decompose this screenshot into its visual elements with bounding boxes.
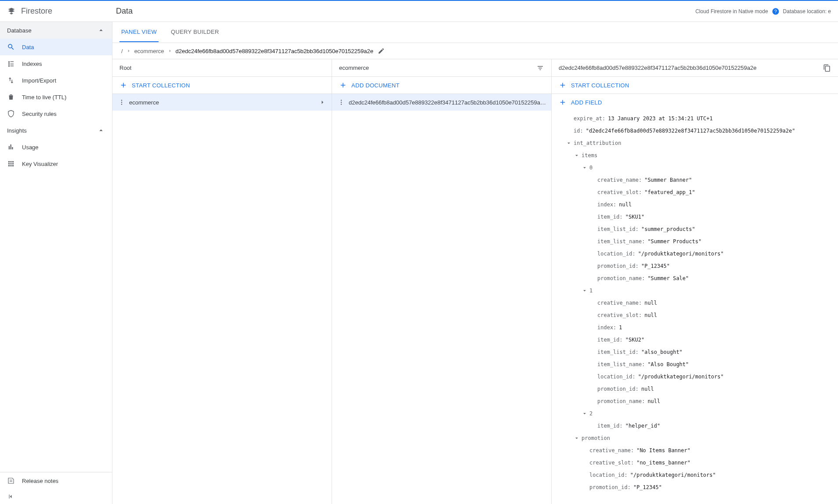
svg-point-6	[341, 100, 342, 101]
panel-document-title: d2edc24fe66fb8ad00d57e889322e8f3471127ac…	[559, 65, 756, 71]
field-key: promotion	[582, 433, 610, 443]
field-value: "Summer Banner"	[644, 175, 692, 185]
field-key: item_list_name:	[597, 236, 645, 247]
field-leaf[interactable]: creative_slot:null	[552, 309, 838, 321]
action-label: Start collection	[571, 82, 629, 89]
sidebar-item-label: Usage	[22, 144, 39, 151]
field-key: int_attribution	[574, 138, 621, 148]
field-leaf[interactable]: index:null	[552, 198, 838, 211]
sidebar-item-indexes[interactable]: Indexes	[0, 55, 112, 72]
pencil-icon[interactable]	[378, 47, 385, 54]
field-value: null	[644, 298, 657, 308]
delete-icon	[7, 93, 15, 101]
field-leaf[interactable]: creative_slot:"no_items_banner"	[552, 457, 838, 469]
field-value: null	[647, 396, 660, 407]
sidebar-item-security-rules[interactable]: Security rules	[0, 105, 112, 122]
field-leaf[interactable]: id:"d2edc24fe66fb8ad00d57e889322e8f34711…	[552, 125, 838, 137]
caret-down-icon	[574, 435, 580, 441]
field-key: location_id:	[597, 248, 636, 259]
page-title: Data	[116, 7, 133, 16]
svg-point-3	[121, 100, 122, 101]
shield-icon	[7, 110, 15, 118]
field-key: item_id:	[597, 212, 623, 222]
field-leaf[interactable]: promotion_id:null	[552, 383, 838, 395]
add-field-button[interactable]: Add field	[552, 94, 838, 111]
field-leaf[interactable]: creative_name:null	[552, 297, 838, 309]
field-node[interactable]: int_attribution	[552, 137, 838, 149]
collection-row[interactable]: ecommerce	[112, 94, 332, 111]
chevron-right-icon	[126, 48, 132, 54]
field-leaf[interactable]: item_list_id:"also_bought"	[552, 346, 838, 358]
sidebar-item-data[interactable]: Data	[0, 39, 112, 55]
sidebar-item-time-to-live-ttl-[interactable]: Time to live (TTL)	[0, 89, 112, 105]
panel-document: d2edc24fe66fb8ad00d57e889322e8f3471127ac…	[552, 59, 838, 504]
field-leaf[interactable]: location_id:"/produktkategori/monitors"	[552, 371, 838, 383]
field-value: "P_12345"	[633, 482, 662, 493]
field-leaf[interactable]: item_list_name:"Also Bought"	[552, 358, 838, 371]
doc-start-collection-button[interactable]: Start collection	[552, 77, 838, 94]
row-label: ecommerce	[129, 99, 315, 106]
sidebar-item-label: Time to live (TTL)	[22, 94, 66, 101]
field-leaf[interactable]: location_id:"/produktkategori/monitors"	[552, 248, 838, 260]
field-value: "P_12345"	[641, 261, 670, 271]
field-node[interactable]: 2	[552, 407, 838, 420]
breadcrumb-collection[interactable]: ecommerce	[134, 48, 164, 54]
panel-root: Root Start collection ecommerce	[112, 59, 332, 504]
sidebar-item-usage[interactable]: Usage	[0, 139, 112, 155]
add-document-button[interactable]: Add document	[332, 77, 551, 94]
field-key: promotion_id:	[597, 384, 639, 394]
document-row[interactable]: d2edc24fe66fb8ad00d57e889322e8f3471127ac…	[332, 94, 551, 111]
field-leaf[interactable]: item_list_name:"Summer Products"	[552, 235, 838, 248]
field-leaf[interactable]: promotion_name:null	[552, 395, 838, 407]
field-node[interactable]: promotion	[552, 432, 838, 444]
caret-down-icon	[582, 410, 588, 417]
sidebar-item-label: Security rules	[22, 111, 57, 117]
field-value: null	[644, 310, 657, 320]
field-leaf[interactable]: promotion_name:"Summer Sale"	[552, 272, 838, 284]
field-key: index:	[597, 199, 616, 210]
field-key: creative_slot:	[589, 457, 634, 468]
field-leaf[interactable]: item_id:"helper_id"	[552, 420, 838, 432]
svg-point-7	[341, 102, 342, 103]
field-leaf[interactable]: promotion_id:"P_12345"	[552, 481, 838, 493]
copy-icon[interactable]	[823, 64, 831, 72]
field-leaf[interactable]: creative_name:"Summer Banner"	[552, 174, 838, 186]
field-key: item_id:	[597, 335, 623, 345]
more-vert-icon[interactable]	[118, 98, 126, 106]
more-vert-icon[interactable]	[337, 98, 345, 106]
plus-icon	[559, 98, 567, 106]
field-leaf[interactable]: item_id:"SKU2"	[552, 334, 838, 346]
field-node[interactable]: 1	[552, 284, 838, 297]
field-leaf[interactable]: location_id:"/produktkategori/monitors"	[552, 469, 838, 481]
breadcrumb-root[interactable]: /	[121, 48, 123, 54]
field-leaf[interactable]: index:1	[552, 321, 838, 334]
field-key: promotion_name:	[597, 396, 645, 407]
field-value: "summer_products"	[641, 224, 695, 234]
field-node[interactable]: items	[552, 149, 838, 162]
help-icon[interactable]: ?	[772, 7, 780, 15]
field-leaf[interactable]: creative_name:"No Items Banner"	[552, 444, 838, 457]
tabs: Panel view Query builder	[112, 22, 838, 43]
action-label: Add field	[571, 99, 602, 106]
collapse-sidebar-button[interactable]	[0, 489, 112, 504]
sidebar-item-key-visualizer[interactable]: Key Visualizer	[0, 155, 112, 172]
field-leaf[interactable]: item_list_id:"summer_products"	[552, 223, 838, 235]
field-key: id:	[574, 126, 583, 136]
filter-icon[interactable]	[536, 64, 544, 72]
sidebar-section-label: Database	[7, 27, 32, 34]
sidebar-section-insights[interactable]: Insights	[0, 122, 112, 139]
field-leaf[interactable]: creative_slot:"featured_app_1"	[552, 186, 838, 198]
field-node[interactable]: 0	[552, 162, 838, 174]
sidebar-item-release-notes[interactable]: Release notes	[0, 472, 112, 489]
field-key: item_id:	[597, 421, 623, 431]
sidebar-item-import-export[interactable]: Import/Export	[0, 72, 112, 89]
tab-panel-view[interactable]: Panel view	[119, 22, 159, 42]
field-leaf[interactable]: expire_at:13 January 2023 at 15:34:21 UT…	[552, 112, 838, 125]
sidebar-item-label: Key Visualizer	[22, 161, 58, 167]
firestore-logo-icon	[7, 7, 16, 16]
field-leaf[interactable]: item_id:"SKU1"	[552, 211, 838, 223]
sidebar-section-database[interactable]: Database	[0, 22, 112, 39]
tab-query-builder[interactable]: Query builder	[169, 22, 221, 42]
field-leaf[interactable]: promotion_id:"P_12345"	[552, 260, 838, 272]
start-collection-button[interactable]: Start collection	[112, 77, 332, 94]
